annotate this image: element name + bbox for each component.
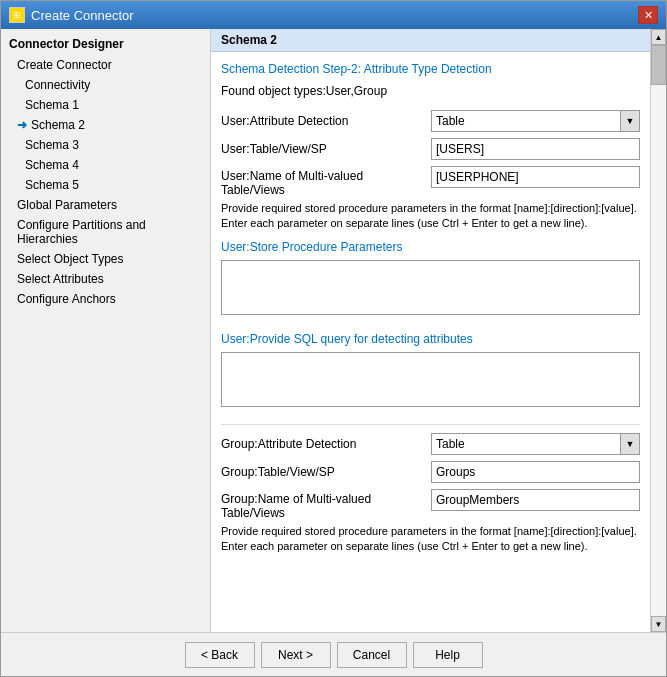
- group-attr-detection-row: Group:Attribute Detection Table View Sto…: [221, 433, 640, 455]
- sidebar-label-create-connector: Create Connector: [17, 58, 112, 72]
- main-content: Connector Designer Create Connector Conn…: [1, 29, 666, 632]
- group-table-view-sp-label: Group:Table/View/SP: [221, 465, 431, 479]
- user-sql-query-label: User:Provide SQL query for detecting att…: [221, 332, 640, 346]
- next-button[interactable]: Next >: [261, 642, 331, 668]
- user-info-text: Provide required stored procedure parame…: [221, 201, 640, 232]
- sidebar-label-schema-5: Schema 5: [25, 178, 79, 192]
- sidebar-label-schema-4: Schema 4: [25, 158, 79, 172]
- window-icon: ⊞: [9, 7, 25, 23]
- sidebar-label-select-attributes: Select Attributes: [17, 272, 104, 286]
- sidebar-label-configure-anchors: Configure Anchors: [17, 292, 116, 306]
- sidebar-label-select-object-types: Select Object Types: [17, 252, 124, 266]
- group-attr-detection-select[interactable]: Table View StoredProcedure: [431, 433, 640, 455]
- sidebar-item-select-attributes[interactable]: Select Attributes: [1, 269, 210, 289]
- user-multi-valued-row: User:Name of Multi-valuedTable/Views: [221, 166, 640, 197]
- help-button[interactable]: Help: [413, 642, 483, 668]
- scroll-track: [651, 45, 666, 616]
- group-attr-detection-label: Group:Attribute Detection: [221, 437, 431, 451]
- group-table-view-sp-row: Group:Table/View/SP: [221, 461, 640, 483]
- user-store-proc-textarea[interactable]: [221, 260, 640, 315]
- user-sql-query-textarea[interactable]: [221, 352, 640, 407]
- cancel-button[interactable]: Cancel: [337, 642, 407, 668]
- title-bar-left: ⊞ Create Connector: [9, 7, 134, 23]
- sidebar-item-schema-1[interactable]: Schema 1: [1, 95, 210, 115]
- user-attr-detection-row: User:Attribute Detection Table View Stor…: [221, 110, 640, 132]
- group-multi-valued-label: Group:Name of Multi-valuedTable/Views: [221, 489, 431, 520]
- sidebar-item-configure-anchors[interactable]: Configure Anchors: [1, 289, 210, 309]
- group-table-view-sp-input[interactable]: [431, 461, 640, 483]
- scrollbar[interactable]: ▲ ▼: [650, 29, 666, 632]
- user-table-view-sp-input[interactable]: [431, 138, 640, 160]
- section-divider: [221, 424, 640, 425]
- panel-header: Schema 2: [211, 29, 650, 52]
- group-multi-valued-input[interactable]: [431, 489, 640, 511]
- user-attr-detection-label: User:Attribute Detection: [221, 114, 431, 128]
- group-multi-valued-row: Group:Name of Multi-valuedTable/Views: [221, 489, 640, 520]
- user-store-proc-label: User:Store Procedure Parameters: [221, 240, 640, 254]
- right-panel: Schema 2 Schema Detection Step-2: Attrib…: [211, 29, 650, 632]
- panel-body: Schema Detection Step-2: Attribute Type …: [211, 52, 650, 632]
- sidebar-label-global-parameters: Global Parameters: [17, 198, 117, 212]
- user-attr-detection-select[interactable]: Table View StoredProcedure: [431, 110, 640, 132]
- group-attr-detection-select-wrapper: Table View StoredProcedure ▼: [431, 433, 640, 455]
- footer: < Back Next > Cancel Help: [1, 632, 666, 676]
- found-label: Found object types:: [221, 84, 326, 98]
- main-window: ⊞ Create Connector ✕ Connector Designer …: [0, 0, 667, 677]
- sidebar-label-schema-3: Schema 3: [25, 138, 79, 152]
- back-button[interactable]: < Back: [185, 642, 255, 668]
- user-attr-detection-select-wrapper: Table View StoredProcedure ▼: [431, 110, 640, 132]
- sidebar-item-schema-3[interactable]: Schema 3: [1, 135, 210, 155]
- sidebar-item-schema-5[interactable]: Schema 5: [1, 175, 210, 195]
- user-table-view-sp-label: User:Table/View/SP: [221, 142, 431, 156]
- sidebar-label-connectivity: Connectivity: [25, 78, 90, 92]
- scroll-down-button[interactable]: ▼: [651, 616, 666, 632]
- scroll-thumb[interactable]: [651, 45, 666, 85]
- title-bar: ⊞ Create Connector ✕: [1, 1, 666, 29]
- sidebar-label-configure-partitions: Configure Partitions and Hierarchies: [17, 218, 194, 246]
- user-multi-valued-input[interactable]: [431, 166, 640, 188]
- sidebar-item-schema-2[interactable]: ➜ Schema 2: [1, 115, 210, 135]
- sidebar-header: Connector Designer: [1, 33, 210, 55]
- section-title: Schema Detection Step-2: Attribute Type …: [221, 62, 640, 76]
- sidebar-item-configure-partitions[interactable]: Configure Partitions and Hierarchies: [1, 215, 210, 249]
- user-multi-valued-label: User:Name of Multi-valuedTable/Views: [221, 166, 431, 197]
- sidebar-item-global-parameters[interactable]: Global Parameters: [1, 195, 210, 215]
- close-button[interactable]: ✕: [638, 6, 658, 24]
- sidebar-item-select-object-types[interactable]: Select Object Types: [1, 249, 210, 269]
- sidebar-label-schema-2: Schema 2: [31, 118, 85, 132]
- sidebar-label-schema-1: Schema 1: [25, 98, 79, 112]
- sidebar: Connector Designer Create Connector Conn…: [1, 29, 211, 632]
- user-table-view-sp-row: User:Table/View/SP: [221, 138, 640, 160]
- found-types: Found object types:User,Group: [221, 84, 640, 98]
- sidebar-item-create-connector[interactable]: Create Connector: [1, 55, 210, 75]
- group-info-text: Provide required stored procedure parame…: [221, 524, 640, 555]
- active-arrow-icon: ➜: [17, 118, 27, 132]
- sidebar-item-connectivity[interactable]: Connectivity: [1, 75, 210, 95]
- sidebar-item-schema-4[interactable]: Schema 4: [1, 155, 210, 175]
- scroll-up-button[interactable]: ▲: [651, 29, 666, 45]
- panel-wrapper: Schema 2 Schema Detection Step-2: Attrib…: [211, 29, 666, 632]
- window-title: Create Connector: [31, 8, 134, 23]
- found-types-values: User,Group: [326, 84, 387, 98]
